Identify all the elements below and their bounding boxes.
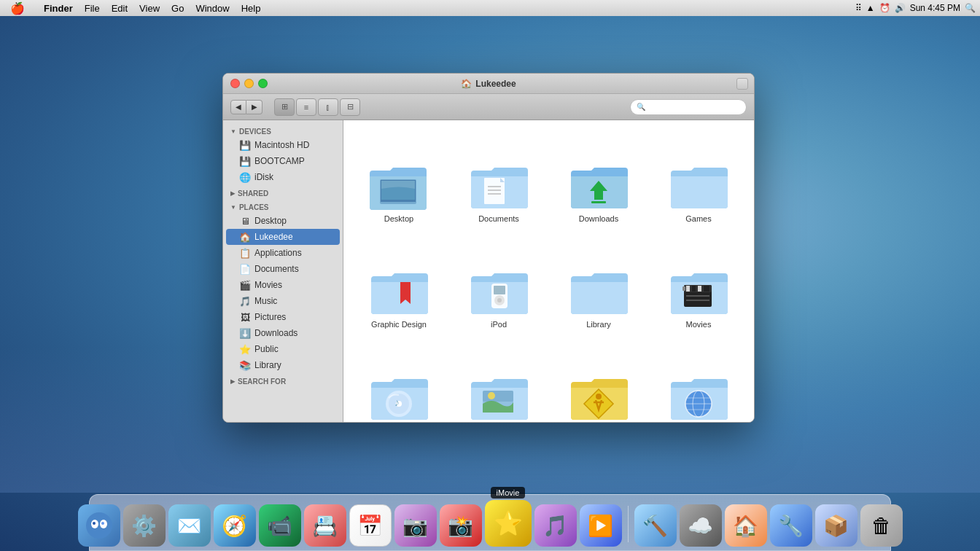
close-button[interactable] (230, 79, 240, 88)
sidebar-item-movies[interactable]: 🎬 Movies (223, 277, 343, 293)
devices-header[interactable]: ▼ DEVICES (223, 123, 343, 137)
sidebar-item-documents[interactable]: 📄 Documents (223, 261, 343, 277)
sidebar-item-desktop[interactable]: 🖥 Desktop (223, 213, 343, 229)
dock-photobooth[interactable]: 📸 (440, 504, 482, 548)
dock-imovie[interactable]: iMovie ⭐ (485, 500, 532, 548)
view-buttons: ⊞ ≡ ⫿ ⊟ (274, 98, 360, 116)
search-bar[interactable]: 🔍 (630, 99, 747, 115)
datetime: Sun 4:45 PM (910, 3, 960, 13)
volume-icon[interactable]: 🔊 (895, 3, 906, 13)
sidebar-library-label: Library (254, 360, 281, 370)
pictures-icon: 🖼 (239, 311, 251, 323)
sidebar-item-idisk[interactable]: 🌐 iDisk (223, 169, 343, 185)
coverflow-view-button[interactable]: ⊟ (340, 98, 360, 116)
maximize-button[interactable] (258, 79, 268, 88)
dock-address-book[interactable]: 📇 (304, 504, 346, 548)
icon-view-button[interactable]: ⊞ (274, 98, 295, 116)
svg-rect-21 (686, 295, 709, 297)
menubar-help[interactable]: Help (236, 0, 267, 16)
sidebar-item-bootcamp[interactable]: 💾 BOOTCAMP (223, 153, 343, 169)
svg-point-41 (93, 522, 96, 525)
sidebar-item-applications[interactable]: 📋 Applications (223, 245, 343, 261)
column-view-button[interactable]: ⫿ (318, 98, 338, 116)
quicktime-icon: ▶️ (580, 504, 622, 547)
menubar-view[interactable]: View (133, 0, 166, 16)
file-item-public[interactable]: Public (551, 339, 647, 422)
desktop-icon: 🖥 (239, 215, 251, 227)
status-bar: 13 items, 836.35 GB available (223, 422, 754, 423)
ipod-label: iPod (491, 320, 507, 329)
shared-header[interactable]: ▶ SHARED (223, 185, 343, 199)
file-item-graphic-design[interactable]: Graphic Design (351, 233, 447, 335)
minimize-button[interactable] (244, 79, 254, 88)
apple-menu[interactable]: 🍎 (4, 0, 31, 16)
menubar-finder[interactable]: Finder (38, 0, 79, 16)
file-item-sites[interactable]: Sites (650, 339, 747, 422)
sidebar-music-label: Music (254, 296, 277, 306)
mail-icon: ✉️ (168, 504, 211, 547)
dock-home[interactable]: 🏠 (725, 504, 767, 548)
sidebar-bootcamp-label: BOOTCAMP (254, 156, 305, 166)
imovie-icon: ⭐ (485, 500, 532, 547)
wifi-icon[interactable]: ▲ (866, 3, 875, 13)
menubar-file[interactable]: File (79, 0, 106, 16)
sidebar-item-lukeedee[interactable]: 🏠 Lukeedee (226, 229, 340, 245)
sidebar-item-downloads[interactable]: ⬇️ Downloads (223, 325, 343, 341)
desktop-folder-icon (370, 163, 428, 211)
file-item-downloads[interactable]: Downloads (551, 128, 647, 230)
search-for-header[interactable]: ▶ SEARCH FOR (223, 373, 343, 387)
sidebar-public-label: Public (254, 344, 279, 354)
list-view-button[interactable]: ≡ (296, 98, 316, 116)
menubar-go[interactable]: Go (166, 0, 190, 16)
dock-xcode[interactable]: 🔧 (770, 504, 812, 548)
forward-button[interactable]: ▶ (246, 100, 262, 114)
menubar-edit[interactable]: Edit (106, 0, 133, 16)
dock-itunes[interactable]: 🎵 (534, 504, 577, 548)
dock-finder[interactable] (78, 504, 120, 548)
dock-mail[interactable]: ✉️ (168, 504, 211, 548)
dock-system-preferences[interactable]: ⚙️ (123, 504, 166, 548)
sidebar-item-macintosh-hd[interactable]: 💾 Macintosh HD (223, 137, 343, 153)
menubar-window[interactable]: Window (190, 0, 235, 16)
places-label: PLACES (239, 203, 269, 211)
trash-icon: 🗑 (860, 504, 903, 547)
back-button[interactable]: ◀ (230, 100, 246, 114)
dock-quicktime[interactable]: ▶️ (580, 504, 622, 548)
dock-dev-tools[interactable]: 🔨 (634, 504, 677, 548)
file-item-desktop[interactable]: Desktop (351, 128, 447, 230)
search-for-label: SEARCH FOR (238, 378, 286, 386)
dock-migration[interactable]: 📦 (815, 504, 858, 548)
public-icon: ⭐ (239, 343, 251, 355)
documents-folder-icon (470, 163, 528, 211)
sidebar-item-music[interactable]: 🎵 Music (223, 293, 343, 309)
search-input[interactable] (648, 103, 740, 112)
places-header[interactable]: ▼ PLACES (223, 199, 343, 213)
file-item-library[interactable]: Library (551, 233, 647, 335)
file-item-games[interactable]: Games (650, 128, 747, 230)
sidebar-item-library[interactable]: 📚 Library (223, 357, 343, 373)
shared-triangle: ▶ (230, 190, 235, 197)
movies-icon: 🎬 (239, 279, 251, 291)
dock-items: ⚙️ ✉️ 🧭 📹 📇 📅 📷 📸 (71, 494, 910, 548)
finder-window: 🏠 Lukeedee ◀ ▶ ⊞ ≡ ⫿ ⊟ 🔍 ▼ DEVICES (222, 73, 755, 423)
file-item-music[interactable]: ♪ Music (351, 339, 447, 422)
file-item-documents[interactable]: Documents (451, 128, 547, 230)
file-item-ipod[interactable]: iPod (451, 233, 547, 335)
dock-ical[interactable]: 📅 (349, 504, 392, 548)
file-item-movies[interactable]: Movies (650, 233, 747, 335)
sidebar-item-pictures[interactable]: 🖼 Pictures (223, 309, 343, 325)
clock-icon[interactable]: ⏰ (879, 3, 890, 13)
menu-extras[interactable]: ⠿ (855, 3, 862, 13)
dock-trash[interactable]: 🗑 (860, 504, 903, 548)
library-icon: 📚 (239, 359, 251, 371)
sidebar-item-public[interactable]: ⭐ Public (223, 341, 343, 357)
dock-safari[interactable]: 🧭 (214, 504, 256, 548)
file-item-pictures[interactable]: Pictures (451, 339, 547, 422)
dock-facetime[interactable]: 📹 (259, 504, 301, 548)
dock-mobileme[interactable]: ☁️ (680, 504, 722, 548)
spotlight-icon[interactable]: 🔍 (965, 3, 976, 13)
sidebar-macintosh-hd-label: Macintosh HD (254, 140, 309, 150)
window-zoom-button[interactable] (736, 78, 748, 90)
dock-iphoto[interactable]: 📷 (394, 504, 437, 548)
documents-label: Documents (478, 214, 519, 224)
